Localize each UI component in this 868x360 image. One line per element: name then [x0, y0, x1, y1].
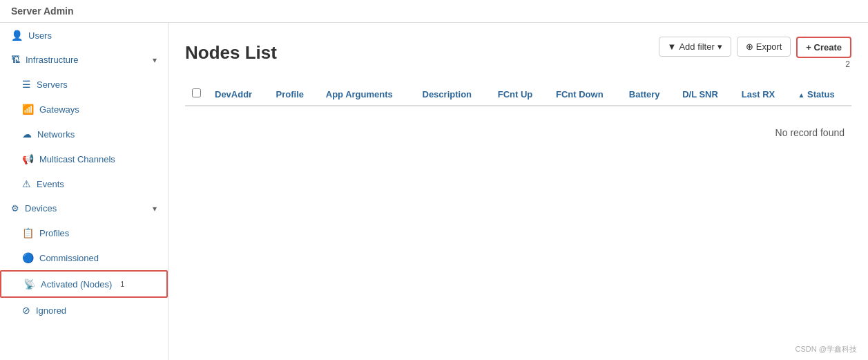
sidebar-devices-label: Devices [25, 203, 57, 214]
table-container: DevAddr Profile App Arguments Descriptio… [185, 83, 851, 159]
col-devaddr: DevAddr [208, 83, 269, 106]
sidebar-item-multicast[interactable]: 📢 Multicast Channels [0, 146, 168, 171]
sidebar-profiles-label: Profiles [39, 228, 69, 238]
no-record-row: No record found [185, 106, 851, 159]
sidebar-item-devices[interactable]: ⚙ Devices ▾ [0, 196, 168, 220]
multicast-icon: 📢 [22, 153, 34, 164]
sidebar-item-commissioned[interactable]: 🔵 Commissioned [0, 245, 168, 270]
add-filter-button[interactable]: ▼ Add filter ▾ [659, 37, 731, 57]
ignored-icon: ⊘ [22, 305, 30, 316]
create-button[interactable]: + Create [796, 37, 851, 58]
app-body: 👤 Users 🏗 Infrastructure ▾ ☰ Servers 📶 G… [0, 23, 868, 360]
sidebar-item-networks[interactable]: ☁ Networks [0, 122, 168, 146]
export-button[interactable]: ⊕ Export [737, 37, 791, 57]
gateways-icon: 📶 [22, 104, 34, 115]
sidebar-commissioned-label: Commissioned [39, 253, 99, 263]
header-actions: ▼ Add filter ▾ ⊕ Export + Create 2 [659, 37, 851, 69]
user-icon: 👤 [11, 30, 23, 41]
col-last-rx: Last RX [735, 83, 791, 106]
sidebar-multicast-label: Multicast Channels [39, 154, 115, 164]
no-record-cell: No record found [185, 106, 851, 159]
col-fcnt-up: FCnt Up [491, 83, 549, 106]
table-header-row: DevAddr Profile App Arguments Descriptio… [185, 83, 851, 106]
sidebar-item-activated[interactable]: 📡 Activated (Nodes) 1 [0, 270, 168, 298]
sidebar-servers-label: Servers [37, 79, 68, 90]
col-fcnt-down: FCnt Down [549, 83, 622, 106]
create-badge: 2 [845, 59, 850, 69]
col-status: ▲ Status [791, 83, 851, 106]
events-icon: ⚠ [22, 178, 31, 189]
sidebar-item-profiles[interactable]: 📋 Profiles [0, 220, 168, 245]
app-title: Server Admin [11, 6, 74, 17]
col-profile: Profile [269, 83, 319, 106]
sidebar-item-ignored[interactable]: ⊘ Ignored [0, 298, 168, 323]
chevron-down-icon-devices: ▾ [153, 204, 157, 214]
commissioned-icon: 🔵 [22, 252, 34, 263]
nodes-table: DevAddr Profile App Arguments Descriptio… [185, 83, 851, 159]
networks-icon: ☁ [22, 129, 32, 140]
sidebar-ignored-label: Ignored [36, 305, 66, 316]
app-header: Server Admin [0, 0, 868, 23]
sidebar-item-users-label: Users [28, 30, 52, 41]
sidebar-infrastructure-label: Infrastructure [26, 55, 79, 65]
filter-icon: ▼ [668, 41, 677, 52]
sidebar-item-servers[interactable]: ☰ Servers [0, 72, 168, 97]
page-header: Nodes List ▼ Add filter ▾ ⊕ Export + Cre… [185, 37, 851, 69]
chevron-down-icon: ▾ [153, 55, 157, 65]
filter-chevron-icon: ▾ [717, 41, 722, 52]
sidebar-activated-label: Activated (Nodes) [41, 279, 112, 290]
create-wrapper: + Create 2 [796, 37, 851, 69]
select-all-checkbox[interactable] [192, 88, 201, 97]
main-content: Nodes List ▼ Add filter ▾ ⊕ Export + Cre… [168, 23, 868, 360]
sidebar-networks-label: Networks [37, 129, 75, 140]
activated-icon: 📡 [23, 278, 35, 290]
devices-icon: ⚙ [11, 203, 19, 214]
col-description: Description [416, 83, 491, 106]
col-app-arguments: App Arguments [319, 83, 416, 106]
sidebar-item-users[interactable]: 👤 Users [0, 23, 168, 48]
servers-icon: ☰ [22, 79, 31, 90]
select-all-header[interactable] [185, 83, 208, 106]
sidebar-events-label: Events [37, 179, 64, 189]
export-icon: ⊕ [746, 41, 753, 52]
col-dl-snr: D/L SNR [675, 83, 735, 106]
sidebar: 👤 Users 🏗 Infrastructure ▾ ☰ Servers 📶 G… [0, 23, 168, 360]
col-battery: Battery [622, 83, 675, 106]
footer-credit: CSDN @学鑫科技 [795, 344, 857, 354]
infrastructure-icon: 🏗 [11, 55, 20, 65]
sidebar-item-infrastructure[interactable]: 🏗 Infrastructure ▾ [0, 48, 168, 72]
profiles-icon: 📋 [22, 227, 34, 238]
sort-icon: ▲ [798, 91, 804, 99]
sidebar-gateways-label: Gateways [39, 104, 79, 115]
badge-1: 1 [120, 280, 124, 288]
sidebar-item-gateways[interactable]: 📶 Gateways [0, 97, 168, 122]
page-title: Nodes List [185, 42, 277, 64]
sidebar-item-events[interactable]: ⚠ Events [0, 171, 168, 196]
